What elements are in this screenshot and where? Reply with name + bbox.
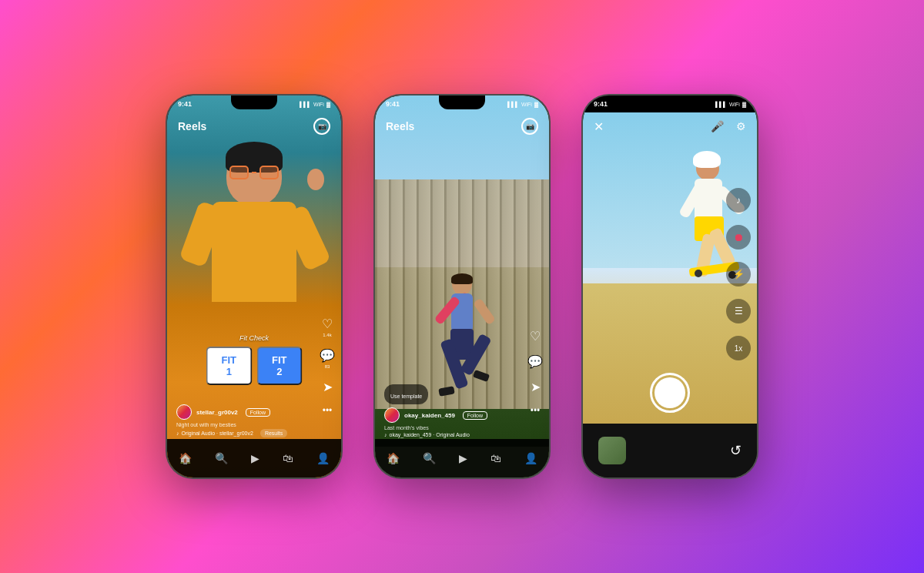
dancer-shoe-right xyxy=(473,370,490,382)
battery-icon-1: ▓ xyxy=(326,102,330,107)
nav-shop-1[interactable]: 🛍 xyxy=(283,452,293,464)
phone-notch-2 xyxy=(439,96,485,109)
fit-check-overlay: Fit Check FIT 1 FIT 2 xyxy=(206,334,303,385)
nav-reels-1[interactable]: ▶ xyxy=(251,452,259,464)
gallery-thumbnail[interactable] xyxy=(598,437,626,464)
user-avatar-1 xyxy=(176,404,192,420)
flash-tool[interactable]: ⚡ xyxy=(726,262,751,286)
fit-buttons-container: FIT 1 FIT 2 xyxy=(206,347,303,385)
fit2-button[interactable]: FIT 2 xyxy=(256,347,303,385)
wifi-icon-1: WiFi xyxy=(313,102,324,107)
like-button-2[interactable]: ♡ xyxy=(530,329,541,343)
nav-profile-1[interactable]: 👤 xyxy=(316,452,330,464)
mic-icon[interactable]: 🎤 xyxy=(711,120,724,132)
top-icons: 🎤 ⚙ xyxy=(711,120,746,132)
signal-icon-2: ▌▌▌ xyxy=(507,102,519,107)
shutter-button[interactable] xyxy=(654,377,685,408)
phone3-right-tools: ♪ ⏺ ⚡ ☰ 1x xyxy=(726,188,751,360)
comment-button-2[interactable]: 💬 xyxy=(527,354,543,369)
flip-camera-icon[interactable]: ↺ xyxy=(730,442,742,459)
shutter-outer xyxy=(650,373,690,413)
person-jacket xyxy=(212,202,296,302)
phone3-footer: ↺ xyxy=(583,424,757,478)
nav-home-1[interactable]: 🏠 xyxy=(179,452,192,464)
status-icons-3: ▌▌▌ WiFi ▓ xyxy=(715,102,746,107)
glasses-right xyxy=(259,166,279,179)
dancer-shoe-left xyxy=(438,386,454,396)
results-button-1[interactable]: Results xyxy=(260,429,287,437)
wheel-left xyxy=(695,270,702,277)
phone-2: 9:41 ▌▌▌ WiFi ▓ Reels 📷 ♡ 💬 ➤ xyxy=(373,94,551,479)
nav-reels-2[interactable]: ▶ xyxy=(459,452,467,464)
user-row-1: stellar_gr00v2 Follow xyxy=(176,404,332,420)
nav-search-1[interactable]: 🔍 xyxy=(215,452,228,464)
bottom-nav-2: 🏠 🔍 ▶ 🛍 👤 xyxy=(375,439,549,478)
wifi-icon-2: WiFi xyxy=(521,102,532,107)
skater-helmet xyxy=(693,151,721,168)
layout-tool[interactable]: ☰ xyxy=(726,299,751,323)
phone1-header: Reels 📷 xyxy=(167,112,341,140)
caption-1: Night out with my besties xyxy=(176,422,332,427)
phone-1: 9:41 ▌▌▌ WiFi ▓ Reels 📷 ♡ 1.4k 💬 83 xyxy=(166,94,343,479)
speed-tool[interactable]: 1x xyxy=(726,336,751,360)
phone2-header: Reels 📷 xyxy=(375,112,549,140)
phone2-reels-title: Reels xyxy=(386,120,414,132)
user-avatar-2 xyxy=(384,407,400,423)
audio-row-2: ♪ okay_kaiden_459 · Original Audio xyxy=(384,432,540,437)
phone3-top-bar: ✕ 🎤 ⚙ xyxy=(583,112,757,140)
record-tool[interactable]: ⏺ xyxy=(726,225,751,250)
fit1-button[interactable]: FIT 1 xyxy=(206,347,253,385)
dancer-arm-right xyxy=(473,298,496,326)
phone1-bottom-info: stellar_gr00v2 Follow Night out with my … xyxy=(167,404,341,437)
skater-torso xyxy=(695,179,722,221)
battery-icon-2: ▓ xyxy=(534,102,538,107)
nav-home-2[interactable]: 🏠 xyxy=(387,452,400,464)
phone3-shutter-area xyxy=(583,362,757,424)
follow-button-1[interactable]: Follow xyxy=(246,408,270,417)
signal-icon-1: ▌▌▌ xyxy=(300,102,311,107)
status-icons-1: ▌▌▌ WiFi ▓ xyxy=(300,102,330,107)
username-2: okay_kaiden_459 xyxy=(404,412,455,419)
follow-button-2[interactable]: Follow xyxy=(463,411,487,420)
phone-notch-1 xyxy=(231,96,277,109)
glasses-left xyxy=(229,166,249,179)
status-time-3: 9:41 xyxy=(594,100,608,108)
like-button-1[interactable]: ♡ 1.4k xyxy=(322,317,333,337)
music-tool[interactable]: ♪ xyxy=(726,188,751,213)
close-button[interactable]: ✕ xyxy=(594,119,604,134)
phone-notch-3 xyxy=(647,96,693,109)
glasses-bridge xyxy=(252,172,256,173)
comment-button-1[interactable]: 💬 83 xyxy=(320,348,335,369)
user-row-2: okay_kaiden_459 Follow xyxy=(384,407,540,423)
audio-row-1: ♪ Original Audio · stellar_gr00v2 Result… xyxy=(176,429,332,437)
status-time-2: 9:41 xyxy=(386,100,400,108)
phone2-camera-icon[interactable]: 📷 xyxy=(521,118,538,135)
phone1-camera-icon[interactable]: 📷 xyxy=(313,118,330,135)
nav-search-2[interactable]: 🔍 xyxy=(423,452,436,464)
fit-check-label: Fit Check xyxy=(206,334,303,342)
share-button-1[interactable]: ➤ xyxy=(323,380,333,394)
phone-3: 9:41 ▌▌▌ WiFi ▓ ✕ 🎤 ⚙ ♪ ⏺ ⚡ xyxy=(581,94,758,479)
dancer-hair xyxy=(451,273,473,284)
nav-shop-2[interactable]: 🛍 xyxy=(490,452,501,464)
right-actions-1: ♡ 1.4k 💬 83 ➤ ••• xyxy=(320,317,335,416)
audio-text-1: Original Audio · stellar_gr00v2 xyxy=(182,431,253,436)
phone1-reels-title: Reels xyxy=(178,120,206,132)
battery-icon-3: ▓ xyxy=(742,102,746,107)
audio-text-2: okay_kaiden_459 · Original Audio xyxy=(390,432,470,437)
nav-profile-2[interactable]: 👤 xyxy=(524,452,537,464)
person-hand-right xyxy=(307,169,324,190)
person-glasses xyxy=(229,165,279,180)
live-template-text: Use template xyxy=(390,394,422,399)
caption-2: Last month's vibes xyxy=(384,425,540,431)
status-icons-2: ▌▌▌ WiFi ▓ xyxy=(507,102,538,107)
live-template-badge[interactable]: Use template xyxy=(384,384,428,404)
phone2-bottom-info: okay_kaiden_459 Follow Last month's vibe… xyxy=(375,407,549,437)
right-actions-2: ♡ 💬 ➤ ••• xyxy=(527,329,543,416)
bottom-nav-1: 🏠 🔍 ▶ 🛍 👤 xyxy=(167,439,341,478)
results-badge[interactable]: Results xyxy=(260,429,287,437)
username-1: stellar_gr00v2 xyxy=(196,409,238,416)
share-button-2[interactable]: ➤ xyxy=(531,380,541,394)
settings-icon[interactable]: ⚙ xyxy=(736,120,746,132)
wifi-icon-3: WiFi xyxy=(729,102,740,107)
